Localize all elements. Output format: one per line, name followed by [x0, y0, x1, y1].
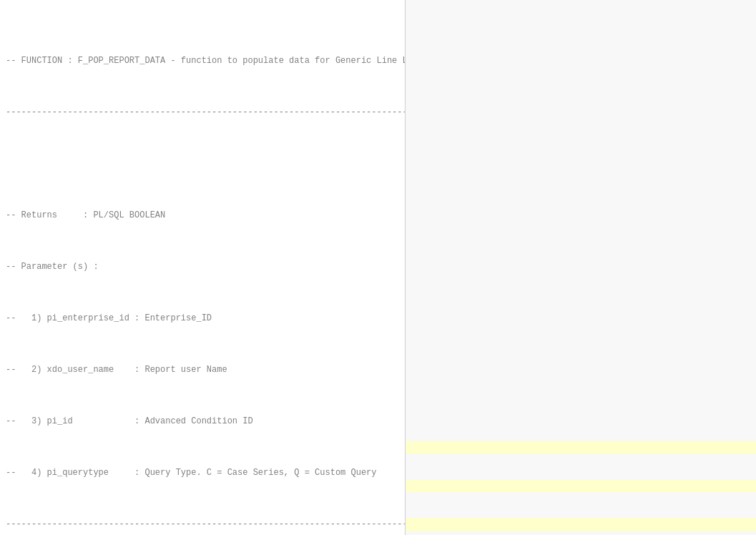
right-line-10	[406, 389, 756, 402]
code-line-1: -- FUNCTION : F_POP_REPORT_DATA - functi…	[0, 54, 405, 67]
code-line-6: -- 1) pi_enterprise_id : Enterprise_ID	[0, 312, 405, 325]
code-line-3	[0, 157, 405, 170]
code-editor: -- FUNCTION : F_POP_REPORT_DATA - functi…	[0, 0, 756, 535]
right-line-12	[406, 479, 756, 492]
code-line-2: ----------------------------------------…	[0, 106, 405, 119]
right-line-8	[406, 312, 756, 325]
code-line-4: -- Returns : PL/SQL BOOLEAN	[0, 209, 405, 222]
code-content: -- FUNCTION : F_POP_REPORT_DATA - functi…	[0, 0, 405, 535]
code-line-7: -- 2) xdo_user_name : Report user Name	[0, 363, 405, 376]
right-code-content: || ; || ;	[406, 0, 756, 535]
right-line-3	[406, 119, 756, 132]
code-line-9: -- 4) pi_querytype : Query Type. C = Cas…	[0, 466, 405, 479]
right-line-9	[406, 350, 756, 363]
right-line-1	[406, 41, 756, 54]
code-line-10: ----------------------------------------…	[0, 518, 405, 531]
code-line-8: -- 3) pi_id : Advanced Condition ID	[0, 415, 405, 428]
right-split-panel: || ; || ;	[406, 0, 756, 535]
right-line-6	[406, 235, 756, 247]
right-line-2	[406, 80, 756, 93]
right-line-11	[406, 441, 756, 453]
right-line-4	[406, 157, 756, 170]
right-line-5	[406, 196, 756, 209]
code-line-5: -- Parameter (s) :	[0, 260, 405, 273]
right-line-13	[406, 518, 756, 531]
right-line-7	[406, 273, 756, 286]
main-code-panel[interactable]: -- FUNCTION : F_POP_REPORT_DATA - functi…	[0, 0, 406, 535]
